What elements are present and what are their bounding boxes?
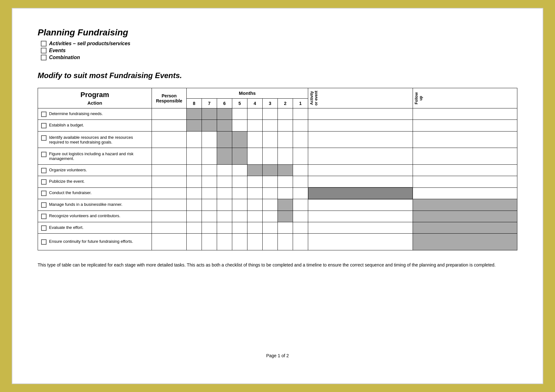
footer-text: This type of table can be replicated for… [38,261,517,268]
followup-label: Followup [413,90,424,107]
followup-col-header: Followup [413,88,517,108]
subtitle: Modify to suit most Fundraising Events. [38,71,517,80]
table-row: Recognize volunteers and contributors. [38,211,517,222]
task-cell: Identify available resources and the res… [38,131,152,148]
program-action-header: Program Action [38,88,152,108]
checklist-item-1: Activities – sell products/services [41,41,517,46]
table-row: Figure out logistics including a hazard … [38,148,517,165]
table-body: Determine fundraising needs. [38,108,517,250]
activity-label: Activityor event [308,88,320,108]
table-row: Publicize the event. [38,176,517,187]
checklist-item-3: Combination [41,55,517,60]
table-row: Establish a budget. [38,120,517,131]
table-row: Organize volunteers. [38,164,517,176]
person-responsible-header: Person Responsible [152,88,187,108]
table-row: Evaluate the effort. [38,222,517,233]
page: Planning Fundraising Activities – sell p… [12,8,543,384]
checklist: Activities – sell products/services Even… [41,41,517,62]
task-cell: Determine fundraising needs. [38,108,152,120]
month-2: 2 [278,98,293,108]
month-3: 3 [263,98,278,108]
table-row: Conduct the fundraiser. [38,187,517,199]
task-cell: Figure out logistics including a hazard … [38,148,152,165]
months-header: Months [187,88,308,99]
month-7: 7 [202,98,217,108]
activity-col-header: Activityor event [308,88,413,108]
task-cell: Ensure continuity for future fundraising… [38,234,152,250]
table-header-row-1: Program Action Person Responsible Months… [38,88,517,99]
table-row: Manage funds in a businesslike manner. [38,199,517,211]
month-6: 6 [217,98,232,108]
month-5: 5 [232,98,247,108]
table-row: Determine fundraising needs. [38,108,517,120]
month-4: 4 [247,98,263,108]
table-row: Identify available resources and the res… [38,131,517,148]
task-cell: Publicize the event. [38,176,152,187]
task-cell: Establish a budget. [38,120,152,131]
checklist-item-2: Events [41,48,517,53]
gantt-table: Program Action Person Responsible Months… [38,88,517,249]
task-cell: Recognize volunteers and contributors. [38,211,152,222]
task-cell: Evaluate the effort. [38,222,152,233]
task-cell: Organize volunteers. [38,164,152,176]
page-title: Planning Fundraising [38,28,517,38]
task-cell: Conduct the fundraiser. [38,187,152,199]
table-row: Ensure continuity for future fundraising… [38,234,517,250]
task-cell: Manage funds in a businesslike manner. [38,199,152,211]
page-number: Page 1 of 2 [38,353,517,358]
month-8: 8 [187,98,202,108]
month-1: 1 [293,98,308,108]
